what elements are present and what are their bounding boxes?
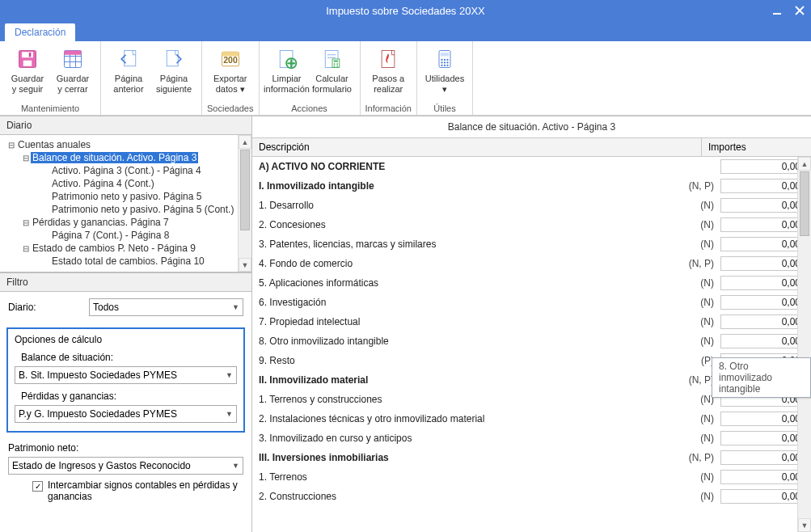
ribbon-group: Página anteriorPágina siguiente [101,41,202,115]
col-desc-header[interactable]: Descripción [252,138,702,156]
amount-input[interactable] [720,295,805,310]
amount-input[interactable] [720,315,805,329]
ribbon-button-label: Utilidades ▾ [425,74,464,95]
tree-view[interactable]: ⊟Cuentas anuales⊟Balance de situación. A… [0,135,251,272]
utilities-button[interactable]: Utilidades ▾ [422,44,467,95]
intercambiar-signos-checkbox[interactable]: ✓ [32,481,43,492]
scroll-thumb[interactable] [240,150,250,230]
next-page-button[interactable]: Página siguiente [151,44,196,95]
patrimonio-value: Estado de Ingresos y Gastos Reconocido [12,460,191,471]
grid-body: A) ACTIVO NO CORRIENTEI. Inmovilizado in… [252,157,811,532]
pyg-select[interactable]: P.y G. Impuesto Sociedades PYMES ▼ [15,405,237,423]
row-description: 7. Propiedad intelectual [259,316,682,327]
row-tag: (N, P) [682,452,720,463]
tree-item[interactable]: ⊟Balance de situación. Activo. Página 3 [3,151,248,164]
amount-input[interactable] [720,489,805,504]
grid-scrollbar[interactable]: ▲ ▼ [797,157,811,532]
row-description: 5. Aplicaciones informáticas [259,277,682,289]
prev-page-button[interactable]: Página anterior [106,44,151,95]
amount-input[interactable] [720,431,805,445]
tree-item[interactable]: Activo. Página 4 (Cont.) [3,177,248,190]
svg-point-38 [441,65,442,66]
tree-item-label: Cuentas anuales [16,139,92,150]
tree-item[interactable]: Estado total de cambios. Página 10 [3,255,248,268]
scroll-thumb[interactable] [800,171,809,236]
diario-header: Diario [0,116,251,135]
page-title: Balance de situación. Activo - Página 3 [252,116,811,137]
patrimonio-select[interactable]: Estado de Ingresos y Gastos Reconocido ▼ [8,457,243,475]
amount-input[interactable] [720,237,805,251]
tree-item-label: Patrimonio neto y pasivo. Página 5 (Cont… [50,204,235,215]
table-row: 8. Otro inmovilizado intangible(N) [252,331,811,351]
amount-input[interactable] [720,159,805,174]
row-description: 3. Patentes, licencias, marcas y similar… [259,239,682,250]
tree-item-label: Página 7 (Cont.) - Página 8 [50,230,171,241]
window-minimize-button[interactable] [766,0,788,21]
tree-item[interactable]: ⊟Estado de cambios P. Neto - Página 9 [3,242,248,255]
amount-input[interactable] [720,256,805,271]
tree-item[interactable]: Activo. Página 3 (Cont.) - Página 4 [3,164,248,177]
amount-input[interactable] [720,198,805,213]
clear-info-button[interactable]: Limpiar información [264,44,310,95]
patrimonio-label: Patrimonio neto: [8,442,243,454]
amount-input[interactable] [720,217,805,232]
collapse-icon[interactable]: ⊟ [21,244,31,253]
opciones-title: Opciones de cálculo [15,334,237,345]
tree-scrollbar[interactable]: ▲ ▼ [238,135,251,272]
svg-rect-29 [382,51,395,68]
window-title: Impuesto sobre Sociedades 20XX [326,5,485,17]
amount-input[interactable] [720,179,805,193]
tree-item[interactable]: Patrimonio neto y pasivo. Página 5 (Cont… [3,203,248,216]
save-close-button[interactable]: Guardar y cerrar [50,44,95,95]
row-description: 4. Fondo de comercio [259,258,682,269]
svg-rect-4 [22,52,33,57]
tab-declaracion[interactable]: Declaración [5,23,75,41]
row-description: 9. Resto [259,355,682,366]
svg-rect-6 [29,53,32,57]
collapse-icon[interactable]: ⊟ [6,141,16,150]
table-row: III. Inversiones inmobiliarias(N, P) [252,448,811,467]
save-pink-icon [15,46,40,72]
tree-item[interactable]: Página 7 (Cont.) - Página 8 [3,229,248,242]
amount-input[interactable] [720,412,805,426]
tree-item[interactable]: Patrimonio neto y pasivo. Página 5 [3,190,248,203]
row-tag: (N) [682,471,720,483]
amount-input[interactable] [720,450,805,465]
filtro-diario-select[interactable]: Todos ▼ [89,298,243,316]
amount-input[interactable] [720,276,805,290]
calc-sheet-icon [319,46,345,72]
table-row: 4. Fondo de comercio(N, P) [252,254,811,273]
col-imp-header[interactable]: Importes [702,138,811,156]
row-description: 3. Inmovilizado en curso y anticipos [259,433,682,444]
tree-item[interactable]: ⊟Pérdidas y ganancias. Página 7 [3,216,248,229]
export-data-button[interactable]: 200Exportar datos ▾ [208,44,253,95]
save-continue-button[interactable]: Guardar y seguir [5,44,50,95]
row-description: 1. Terrenos [259,471,682,483]
balance-select[interactable]: B. Sit. Impuesto Sociedades PYMES ▼ [15,366,237,384]
scroll-down-button[interactable]: ▼ [798,518,811,532]
steps-button[interactable]: Pasos a realizar [365,44,411,95]
row-tag: (N) [682,413,720,424]
scroll-down-button[interactable]: ▼ [239,258,251,272]
svg-text:200: 200 [223,55,238,65]
amount-input[interactable] [720,470,805,484]
table-row: A) ACTIVO NO CORRIENTE [252,157,811,176]
collapse-icon[interactable]: ⊟ [21,218,31,227]
amount-input[interactable] [720,334,805,348]
row-description: A) ACTIVO NO CORRIENTE [259,161,682,172]
svg-point-37 [446,61,448,63]
calculate-button[interactable]: Calcular formulario [310,44,355,95]
tree-item[interactable]: ⊟Cuentas anuales [3,138,248,151]
table-row: I. Inmovilizado intangible(N, P) [252,176,811,196]
table-row: 2. Instalaciones técnicas y otro inmovil… [252,409,811,429]
collapse-icon[interactable]: ⊟ [21,154,31,163]
ribbon-button-label: Pasos a realizar [372,74,404,95]
window-close-button[interactable] [788,0,811,21]
table-row: 6. Investigación(N) [252,293,811,312]
svg-rect-24 [333,61,337,62]
row-description: 6. Investigación [259,297,682,308]
scroll-up-button[interactable]: ▲ [798,157,811,171]
scroll-up-button[interactable]: ▲ [239,135,251,149]
ribbon-group-title: Información [365,103,412,113]
svg-rect-13 [125,51,136,66]
